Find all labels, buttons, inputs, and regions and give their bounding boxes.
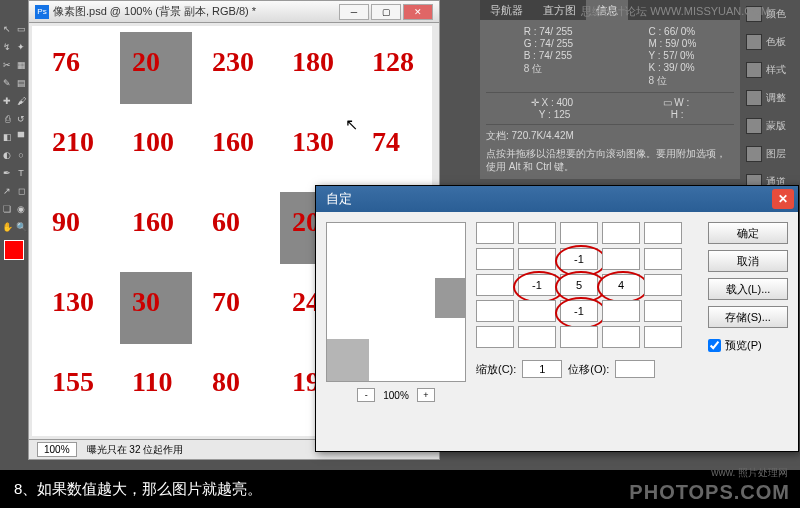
pixel-value: 110 [132, 366, 172, 398]
brush-tool[interactable]: 🖌 [14, 92, 28, 110]
pixel-value: 128 [372, 46, 414, 78]
pixel-value: 130 [292, 126, 334, 158]
custom-filter-dialog: 自定 ✕ - 100% + -1-154-1 缩放(C): 位移(O): [315, 185, 799, 452]
heal-tool[interactable]: ✚ [0, 92, 14, 110]
kernel-cell-0-0[interactable] [476, 222, 514, 244]
panel-icon [746, 118, 762, 134]
panel-tab-1[interactable]: 直方图 [533, 0, 586, 20]
load-button[interactable]: 载入(L)... [708, 278, 788, 300]
kernel-cell-2-4[interactable] [644, 274, 682, 296]
zoom-out-button[interactable]: - [357, 388, 375, 402]
ok-button[interactable]: 确定 [708, 222, 788, 244]
panel-icon [746, 34, 762, 50]
kernel-cell-1-1[interactable] [518, 248, 556, 270]
slice-tool[interactable]: ▦ [14, 56, 28, 74]
status-text: 曝光只在 32 位起作用 [87, 443, 184, 457]
pixel-value: 100 [132, 126, 174, 158]
kernel-cell-3-0[interactable] [476, 300, 514, 322]
pen-tool[interactable]: ✒ [0, 164, 14, 182]
zoom-level[interactable]: 100% [37, 442, 77, 457]
kernel-cell-1-0[interactable] [476, 248, 514, 270]
kernel-cell-4-3[interactable] [602, 326, 640, 348]
kernel-cell-0-2[interactable] [560, 222, 598, 244]
pixel-value: 160 [132, 206, 174, 238]
kernel-cell-2-3[interactable]: 4 [602, 274, 640, 296]
side-panel-4[interactable]: 蒙版 [742, 112, 800, 140]
ruler-tool[interactable]: ▤ [14, 74, 28, 92]
watermark-top: 思缘设计论坛 WWW.MISSYUAN.COM [581, 4, 770, 19]
document-titlebar[interactable]: Ps 像素图.psd @ 100% (背景 副本, RGB/8) * ─ ▢ ✕ [29, 1, 439, 23]
scale-label: 缩放(C): [476, 362, 516, 377]
lasso-tool[interactable]: ↯ [0, 38, 14, 56]
offset-label: 位移(O): [568, 362, 609, 377]
pixel-value: 60 [212, 206, 240, 238]
panel-tab-0[interactable]: 导航器 [480, 0, 533, 20]
kernel-cell-0-1[interactable] [518, 222, 556, 244]
kernel-cell-4-4[interactable] [644, 326, 682, 348]
dialog-titlebar[interactable]: 自定 ✕ [316, 186, 798, 212]
pixel-value: 130 [52, 286, 94, 318]
pixel-value: 80 [212, 366, 240, 398]
3d-tool[interactable]: ❏ [0, 200, 14, 218]
kernel-cell-4-0[interactable] [476, 326, 514, 348]
save-button[interactable]: 存储(S)... [708, 306, 788, 328]
kernel-cell-2-1[interactable]: -1 [518, 274, 556, 296]
side-panel-2[interactable]: 样式 [742, 56, 800, 84]
shape-tool[interactable]: ◻ [14, 182, 28, 200]
kernel-cell-1-3[interactable] [602, 248, 640, 270]
side-panel-3[interactable]: 调整 [742, 84, 800, 112]
maximize-button[interactable]: ▢ [371, 4, 401, 20]
kernel-cell-2-0[interactable] [476, 274, 514, 296]
crop-tool[interactable]: ✂ [0, 56, 14, 74]
panel-icon [746, 62, 762, 78]
history-tool[interactable]: ↺ [14, 110, 28, 128]
pixel-value: 70 [212, 286, 240, 318]
hand-tool[interactable]: ✋ [0, 218, 14, 236]
offset-input[interactable] [615, 360, 655, 378]
kernel-cell-0-4[interactable] [644, 222, 682, 244]
kernel-cell-3-4[interactable] [644, 300, 682, 322]
pixel-value: 230 [212, 46, 254, 78]
cancel-button[interactable]: 取消 [708, 250, 788, 272]
side-panel-1[interactable]: 色板 [742, 28, 800, 56]
stamp-tool[interactable]: ⎙ [0, 110, 14, 128]
blur-tool[interactable]: ◐ [0, 146, 14, 164]
kernel-cell-1-4[interactable] [644, 248, 682, 270]
foreground-color[interactable] [4, 240, 24, 260]
zoom-in-button[interactable]: + [417, 388, 435, 402]
kernel-cell-3-3[interactable] [602, 300, 640, 322]
gradient-tool[interactable]: ▀ [14, 128, 28, 146]
side-panel-5[interactable]: 图层 [742, 140, 800, 168]
pixel-value: 20 [132, 46, 160, 78]
pixel-value: 160 [212, 126, 254, 158]
kernel-cell-4-1[interactable] [518, 326, 556, 348]
kernel-cell-0-3[interactable] [602, 222, 640, 244]
type-tool[interactable]: T [14, 164, 28, 182]
kernel-cell-3-2[interactable]: -1 [560, 300, 598, 322]
filter-preview[interactable] [326, 222, 466, 382]
close-button[interactable]: ✕ [403, 4, 433, 20]
minimize-button[interactable]: ─ [339, 4, 369, 20]
kernel-cell-4-2[interactable] [560, 326, 598, 348]
kernel-cell-3-1[interactable] [518, 300, 556, 322]
eyedropper-tool[interactable]: ✎ [0, 74, 14, 92]
dialog-title: 自定 [326, 190, 352, 208]
move-tool[interactable]: ↖ [0, 20, 14, 38]
path-tool[interactable]: ↗ [0, 182, 14, 200]
eraser-tool[interactable]: ◧ [0, 128, 14, 146]
dodge-tool[interactable]: ○ [14, 146, 28, 164]
scale-input[interactable] [522, 360, 562, 378]
preview-zoom: 100% [383, 390, 409, 401]
pixel-value: 76 [52, 46, 80, 78]
kernel-cell-2-2[interactable]: 5 [560, 274, 598, 296]
wand-tool[interactable]: ✦ [14, 38, 28, 56]
preview-checkbox[interactable]: 预览(P) [708, 338, 788, 353]
camera-tool[interactable]: ◉ [14, 200, 28, 218]
dialog-close-button[interactable]: ✕ [772, 189, 794, 209]
panel-icon [746, 90, 762, 106]
kernel-cell-1-2[interactable]: -1 [560, 248, 598, 270]
zoom-tool[interactable]: 🔍 [14, 218, 28, 236]
doc-size: 文档: 720.7K/4.42M [486, 129, 734, 143]
watermark-logo: PHOTOPS.COM [629, 481, 790, 504]
marquee-tool[interactable]: ▭ [14, 20, 28, 38]
